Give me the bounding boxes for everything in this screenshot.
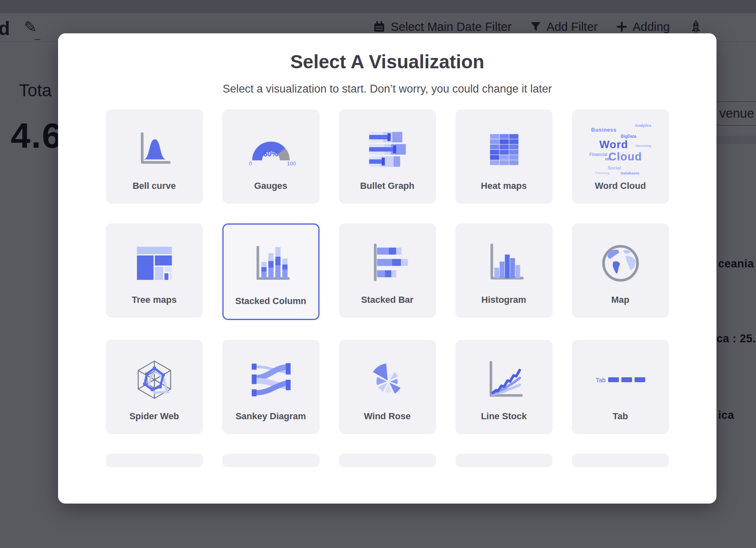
heat-map-svg (482, 128, 526, 171)
bell-curve-icon (124, 124, 185, 174)
word-cloud-word-big: Word (600, 138, 628, 151)
gauge-max-label: 100 (287, 160, 296, 167)
spider-web-svg (132, 358, 177, 402)
viz-tile-word-cloud[interactable]: Business Analytics BigData Word Marketin… (572, 109, 669, 204)
viz-tile-histogram[interactable]: Histogram (455, 223, 553, 318)
tab-icon-rect (621, 377, 632, 382)
gauge-value-label: 60% (240, 150, 302, 158)
viz-tile-label: Bell curve (133, 179, 176, 192)
stacked-bar-svg (364, 241, 411, 285)
word-cloud-icon: Business Analytics BigData Word Marketin… (590, 124, 651, 174)
sankey-diagram-icon (240, 355, 302, 405)
viz-tile-line-stock[interactable]: Line Stock (455, 340, 553, 434)
viz-tile-partial[interactable] (572, 454, 669, 467)
line-stock-icon (473, 355, 535, 405)
stacked-bar-icon (357, 238, 418, 288)
viz-tile-label: Bullet Graph (360, 179, 414, 192)
viz-tile-partial[interactable] (222, 454, 320, 467)
screen: d ✎_ Select Main Date Filter Add Filter … (0, 0, 756, 548)
tab-icon-row: Tab (595, 376, 645, 383)
viz-tile-label: Tree maps (132, 293, 177, 306)
viz-tile-label: Heat maps (481, 179, 527, 192)
word-cloud-word: Marketing (636, 144, 651, 148)
viz-tile-partial[interactable] (455, 454, 553, 467)
viz-tile-label: Line Stock (481, 410, 527, 423)
viz-tile-label: Stacked Bar (361, 293, 413, 306)
stacked-column-svg (248, 243, 294, 286)
stacked-column-icon (240, 239, 302, 290)
viz-tile-label: Sankey Diagram (236, 410, 306, 423)
viz-tile-label: Map (611, 293, 630, 306)
viz-tile-label: Histogram (481, 293, 526, 306)
bell-curve-svg (133, 128, 176, 171)
line-stock-svg (481, 358, 527, 402)
gauge-icon: 60% 0 100 (240, 124, 302, 174)
heat-map-icon (473, 124, 535, 174)
viz-tile-label: Wind Rose (364, 410, 411, 423)
visualization-grid: Bell curve 60% 0 100 Gauges (106, 109, 669, 467)
word-cloud-words: Business Analytics BigData Word Marketin… (590, 123, 651, 176)
viz-tile-gauges[interactable]: 60% 0 100 Gauges (222, 109, 320, 204)
bullet-graph-icon (357, 124, 418, 174)
modal-subtitle: Select a visualization to start. Don’t w… (58, 83, 716, 95)
tab-icon-word: Tab (595, 376, 605, 383)
word-cloud-word: Databases (621, 171, 639, 175)
viz-tile-partial[interactable] (339, 454, 436, 467)
word-cloud-word: Analytics (635, 123, 651, 128)
tree-map-icon (124, 238, 185, 288)
viz-tile-stacked-column[interactable]: Stacked Column (222, 223, 320, 320)
histogram-icon (473, 238, 535, 288)
word-cloud-word: Social (608, 165, 621, 170)
wind-rose-svg (365, 358, 410, 402)
viz-tile-spider-web[interactable]: Spider Web (106, 340, 203, 434)
viz-tile-label: Word Cloud (595, 179, 646, 192)
viz-tile-bullet-graph[interactable]: Bullet Graph (339, 109, 436, 204)
viz-tile-label: Stacked Column (235, 295, 306, 307)
viz-tile-label: Gauges (254, 179, 287, 192)
select-visualization-modal: Select A Visualization Select a visualiz… (58, 33, 716, 504)
sankey-diagram-svg (248, 358, 294, 402)
tree-map-svg (133, 241, 176, 285)
map-globe-icon (590, 238, 651, 288)
wind-rose-icon (357, 355, 418, 405)
tab-icon-rect (635, 377, 645, 382)
tab-icon: Tab (590, 355, 651, 405)
word-cloud-word-big: Cloud (609, 151, 642, 163)
word-cloud-word: Planning (595, 171, 609, 175)
tab-icon-rect (608, 377, 619, 382)
viz-tile-map[interactable]: Map (572, 223, 669, 318)
viz-tile-sankey-diagram[interactable]: Sankey Diagram (222, 340, 320, 434)
word-cloud-word: Business (591, 127, 617, 133)
viz-tile-bell-curve[interactable]: Bell curve (106, 109, 203, 204)
map-globe-svg (599, 241, 642, 285)
viz-tile-stacked-bar[interactable]: Stacked Bar (339, 223, 436, 318)
histogram-svg (481, 241, 527, 285)
viz-tile-partial[interactable] (106, 454, 203, 467)
viz-tile-tab[interactable]: Tab Tab (572, 340, 669, 434)
spider-web-icon (124, 355, 185, 405)
modal-title: Select A Visualization (58, 51, 716, 73)
viz-tile-tree-maps[interactable]: Tree maps (106, 223, 203, 318)
viz-tile-label: Tab (613, 410, 628, 423)
word-cloud-word: Financial (590, 152, 607, 157)
bullet-graph-svg (364, 128, 411, 171)
viz-tile-wind-rose[interactable]: Wind Rose (339, 340, 436, 434)
viz-tile-heat-maps[interactable]: Heat maps (455, 109, 553, 204)
viz-tile-label: Spider Web (129, 410, 179, 423)
gauge-min-label: 0 (249, 160, 252, 167)
